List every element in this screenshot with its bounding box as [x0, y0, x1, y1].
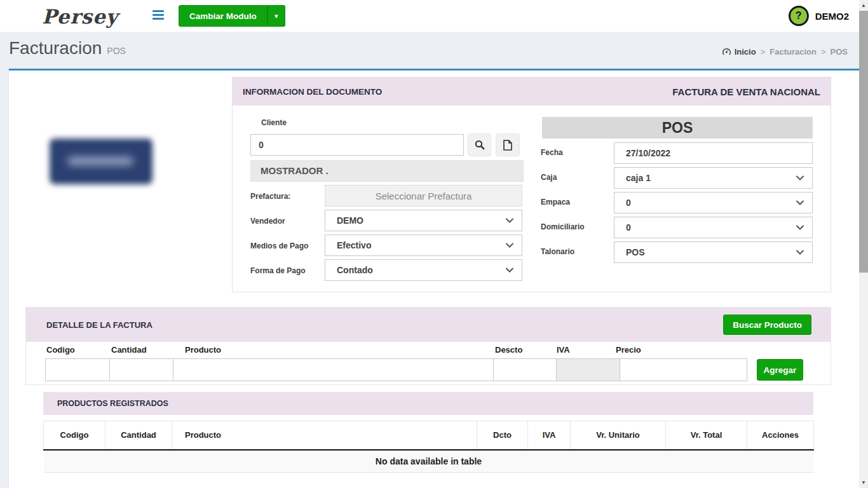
invoice-detail-title: DETALLE DE LA FACTURA: [46, 320, 153, 330]
chevron-down-icon: [506, 243, 513, 248]
iva-input: [556, 358, 620, 381]
cliente-label: Cliente: [261, 118, 287, 127]
cambiar-modulo-split-button: Cambiar Modulo ▾: [179, 5, 285, 27]
col-codigo[interactable]: Codigo: [44, 421, 105, 450]
descto-input[interactable]: [493, 358, 557, 381]
page-subtitle: POS: [107, 46, 126, 56]
chevron-down-icon: [796, 225, 804, 230]
detail-col-descto: Descto: [495, 345, 522, 355]
breadcrumb-separator: >: [821, 47, 826, 57]
fecha-label: Fecha: [541, 148, 563, 157]
user-menu[interactable]: DEMO2: [815, 11, 849, 22]
fecha-input[interactable]: [614, 142, 813, 164]
chevron-down-icon: [796, 250, 804, 255]
chevron-down-icon: [796, 200, 804, 205]
empty-state-row: No data available in table: [44, 450, 814, 473]
chevron-down-icon: [506, 268, 513, 273]
precio-input[interactable]: [620, 358, 747, 381]
empty-state-text: No data available in table: [44, 450, 814, 473]
detail-col-iva: IVA: [557, 345, 570, 355]
registered-products-panel: PRODUCTOS REGISTRADOS Codigo Cantidad Pr…: [43, 392, 813, 473]
col-dcto[interactable]: Dcto: [477, 421, 528, 450]
domiciliario-label: Domiciliario: [541, 222, 585, 231]
cambiar-modulo-caret-button[interactable]: ▾: [268, 5, 285, 27]
invoice-type-label: FACTURA DE VENTA NACIONAL: [672, 86, 820, 97]
search-icon: [475, 140, 485, 150]
document-icon: [503, 140, 512, 151]
col-cantidad[interactable]: Cantidad: [105, 421, 172, 450]
empaca-select[interactable]: 0: [614, 192, 813, 214]
col-producto[interactable]: Producto: [172, 421, 477, 450]
detail-col-cantidad: Cantidad: [111, 345, 147, 355]
chevron-down-icon: [506, 218, 513, 223]
new-client-button[interactable]: [496, 133, 520, 156]
chevron-down-icon: [796, 175, 804, 180]
vertical-scrollbar[interactable]: ▲ ▼: [859, 0, 868, 488]
caret-down-icon: ▾: [275, 12, 278, 20]
buscar-producto-button[interactable]: Buscar Producto: [723, 315, 811, 335]
top-navbar: Persey Cambiar Modulo ▾ ? DEMO2: [0, 0, 859, 32]
talonario-label: Talonario: [541, 247, 574, 256]
vendedor-select[interactable]: DEMO: [325, 210, 522, 231]
forma-pago-select[interactable]: Contado: [325, 259, 522, 281]
scroll-up-icon[interactable]: ▲: [859, 0, 868, 11]
invoice-detail-header: DETALLE DE LA FACTURA Buscar Producto: [26, 308, 831, 342]
caja-label: Caja: [541, 173, 557, 182]
breadcrumb-separator: >: [761, 47, 766, 57]
document-info-panel: INFORMACION DEL DOCUMENTO FACTURA DE VEN…: [232, 77, 831, 292]
detail-col-precio: Precio: [616, 345, 641, 355]
vendedor-label: Vendedor: [250, 217, 285, 226]
document-info-header: INFORMACION DEL DOCUMENTO FACTURA DE VEN…: [233, 78, 831, 105]
medios-pago-select[interactable]: Efectivo: [325, 234, 522, 256]
caja-select[interactable]: caja 1: [614, 167, 813, 189]
breadcrumb: Inicio > Facturacion > POS: [722, 47, 848, 57]
cliente-input[interactable]: [250, 134, 464, 156]
empaca-label: Empaca: [541, 198, 570, 207]
products-table: Codigo Cantidad Producto Dcto IVA Vr. Un…: [43, 421, 814, 473]
col-acciones[interactable]: Acciones: [747, 421, 814, 450]
products-table-header-row: Codigo Cantidad Producto Dcto IVA Vr. Un…: [44, 421, 814, 450]
help-icon[interactable]: ?: [789, 6, 809, 26]
cantidad-input[interactable]: [109, 358, 173, 381]
medios-pago-label: Medios de Pago: [250, 241, 308, 250]
breadcrumb-home[interactable]: Inicio: [722, 47, 756, 57]
scroll-down-icon[interactable]: ▼: [859, 477, 868, 488]
logo-blur-text: [67, 156, 133, 166]
cambiar-modulo-button[interactable]: Cambiar Modulo: [179, 5, 268, 27]
dashboard-icon: [722, 48, 731, 56]
brand-logo[interactable]: Persey: [42, 1, 118, 32]
cliente-name-field: MOSTRADOR .: [250, 160, 524, 182]
menu-toggle-icon[interactable]: [153, 10, 165, 22]
talonario-select[interactable]: POS: [614, 241, 813, 263]
col-vr-unitario[interactable]: Vr. Unitario: [571, 421, 666, 450]
page-header: FacturacionPOS: [9, 38, 126, 58]
pos-invoicing-screen: Persey Cambiar Modulo ▾ ? DEMO2 Facturac…: [0, 0, 868, 488]
detail-col-codigo: Codigo: [46, 345, 75, 355]
detail-col-producto: Producto: [185, 345, 221, 355]
content-box: INFORMACION DEL DOCUMENTO FACTURA DE VEN…: [9, 69, 859, 488]
breadcrumb-pos: POS: [831, 47, 848, 57]
navbar-right: ? DEMO2: [789, 0, 849, 32]
scrollbar-thumb[interactable]: [859, 11, 868, 273]
prefactura-label: Prefactura:: [250, 192, 290, 201]
codigo-input[interactable]: [45, 358, 110, 381]
col-iva[interactable]: IVA: [528, 421, 571, 450]
producto-input[interactable]: [173, 358, 494, 381]
agregar-button[interactable]: Agregar: [757, 359, 803, 381]
search-client-button[interactable]: [468, 133, 491, 156]
registered-products-title: PRODUCTOS REGISTRADOS: [57, 399, 168, 408]
page-title: Facturacion: [9, 38, 102, 58]
col-vr-total[interactable]: Vr. Total: [666, 421, 747, 450]
company-logo: [50, 139, 153, 184]
document-info-title: INFORMACION DEL DOCUMENTO: [243, 87, 382, 97]
domiciliario-select[interactable]: 0: [614, 217, 813, 238]
forma-pago-label: Forma de Pago: [250, 266, 306, 275]
breadcrumb-facturacion[interactable]: Facturacion: [770, 47, 817, 57]
pos-section-title: POS: [542, 117, 813, 139]
registered-products-header: PRODUCTOS REGISTRADOS: [43, 392, 813, 415]
invoice-detail-panel: DETALLE DE LA FACTURA Buscar Producto Co…: [25, 307, 831, 385]
seleccionar-prefactura-button[interactable]: Seleccionar Prefactura: [325, 185, 522, 207]
